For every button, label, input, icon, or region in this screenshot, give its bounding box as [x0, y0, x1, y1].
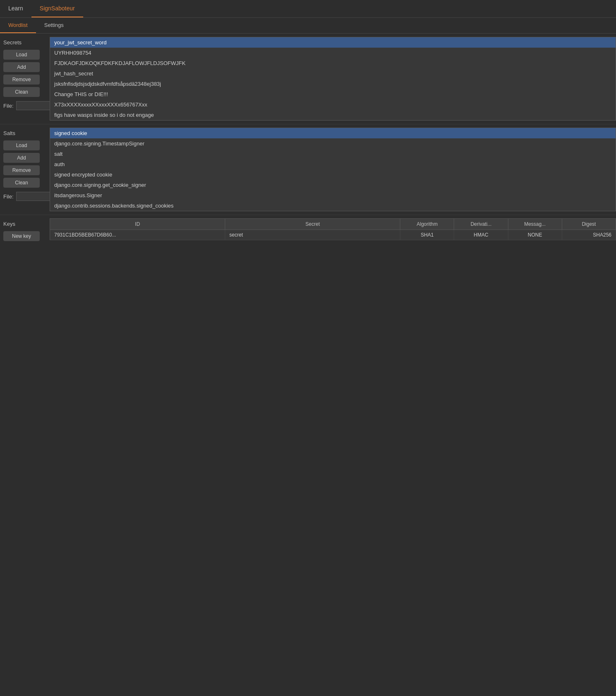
- salts-file-label: File:: [3, 193, 14, 200]
- keys-sidebar: Keys New key: [0, 218, 50, 243]
- secrets-add-button[interactable]: Add: [3, 62, 40, 72]
- col-header-id: ID: [50, 219, 225, 230]
- salts-sidebar: Salts Load Add Remove Clean File:: [0, 128, 50, 211]
- salts-section: Salts Load Add Remove Clean File: signed…: [0, 124, 616, 215]
- salts-list-item[interactable]: django.core.signing.TimestampSigner: [50, 138, 616, 149]
- secrets-load-button[interactable]: Load: [3, 50, 40, 60]
- secrets-list-item[interactable]: your_jwt_secret_word: [50, 37, 616, 48]
- salts-list-item[interactable]: signed cookie: [50, 128, 616, 138]
- tab-signsaboteur[interactable]: SignSaboteur: [31, 0, 83, 17]
- tab-settings[interactable]: Settings: [36, 18, 72, 33]
- keys-title: Keys: [3, 220, 15, 229]
- salts-title: Salts: [3, 129, 15, 138]
- salts-list-item[interactable]: django.core.signing.get_cookie_signer: [50, 180, 616, 190]
- secrets-section: Secrets Load Add Remove Clean File: your…: [0, 34, 616, 124]
- salts-list[interactable]: signed cookiedjango.core.signing.Timesta…: [50, 128, 616, 211]
- salts-clean-button[interactable]: Clean: [3, 178, 40, 188]
- secrets-remove-button[interactable]: Remove: [3, 75, 40, 85]
- key-secret-cell: secret: [225, 230, 400, 240]
- secrets-list[interactable]: your_jwt_secret_wordUYRHH098754FJDKAOFJD…: [50, 37, 616, 121]
- salts-add-button[interactable]: Add: [3, 153, 40, 163]
- salts-list-item[interactable]: salt: [50, 149, 616, 159]
- salts-list-item[interactable]: auth: [50, 159, 616, 169]
- secrets-sidebar: Secrets Load Add Remove Clean File:: [0, 37, 50, 121]
- left-panel: Secrets Load Add Remove Clean File: your…: [0, 34, 616, 246]
- tab-wordlist[interactable]: Wordlist: [0, 18, 36, 33]
- salts-load-button[interactable]: Load: [3, 140, 40, 150]
- key-id-cell: 7931C1BD5BEB67D6B60...: [50, 230, 225, 240]
- salts-list-item[interactable]: itsdangerous.Signer: [50, 190, 616, 201]
- secrets-list-item[interactable]: X73xXXXXxxxxXXxxxXXXx656767Xxx: [50, 99, 616, 110]
- col-header-algorithm: Algorithm: [400, 219, 454, 230]
- salts-remove-button[interactable]: Remove: [3, 165, 40, 175]
- key-digest-cell: SHA256: [562, 230, 616, 240]
- top-tabs-bar: Learn SignSaboteur: [0, 0, 616, 18]
- main-content: Secrets Load Add Remove Clean File: your…: [0, 34, 616, 246]
- col-header-secret: Secret: [225, 219, 400, 230]
- tab-learn[interactable]: Learn: [0, 0, 31, 17]
- secrets-main: your_jwt_secret_wordUYRHH098754FJDKAOFJD…: [50, 37, 616, 121]
- keys-section: Keys New key ID Secret Algorithm Derivat…: [0, 215, 616, 246]
- salts-list-item[interactable]: signed encrypted cookie: [50, 169, 616, 180]
- secrets-list-item[interactable]: jsksfnfisdjdsjsdjdskdfvmfdfsåpsdä2348ej3…: [50, 79, 616, 89]
- col-header-digest: Digest: [562, 219, 616, 230]
- second-tabs-bar: Wordlist Settings: [0, 18, 616, 34]
- keys-main: ID Secret Algorithm Derivati... Messag..…: [50, 218, 616, 243]
- col-header-derivation: Derivati...: [454, 219, 508, 230]
- key-message-cell: NONE: [508, 230, 562, 240]
- col-header-message: Messag...: [508, 219, 562, 230]
- secrets-clean-button[interactable]: Clean: [3, 87, 40, 97]
- secrets-list-item[interactable]: Change THIS or DIE!!!: [50, 89, 616, 99]
- secrets-list-item[interactable]: figs have wasps inside so i do not engag…: [50, 110, 616, 120]
- table-row[interactable]: 7931C1BD5BEB67D6B60...secretSHA1HMACNONE…: [50, 230, 616, 240]
- keys-table: ID Secret Algorithm Derivati... Messag..…: [50, 218, 616, 240]
- secrets-list-item[interactable]: FJDKAOFJDKOQKFDKFKDJAFLOWJFLDJSOFWJFK: [50, 58, 616, 68]
- salts-list-item[interactable]: django.contrib.sessions.backends.signed_…: [50, 201, 616, 211]
- key-algorithm-cell: SHA1: [400, 230, 454, 240]
- secrets-list-item[interactable]: UYRHH098754: [50, 48, 616, 58]
- secrets-file-label: File:: [3, 103, 14, 109]
- new-key-button[interactable]: New key: [3, 231, 40, 241]
- salts-main: signed cookiedjango.core.signing.Timesta…: [50, 128, 616, 211]
- secrets-list-item[interactable]: jwt_hash_secret: [50, 68, 616, 79]
- key-derivation-cell: HMAC: [454, 230, 508, 240]
- secrets-title: Secrets: [3, 39, 22, 47]
